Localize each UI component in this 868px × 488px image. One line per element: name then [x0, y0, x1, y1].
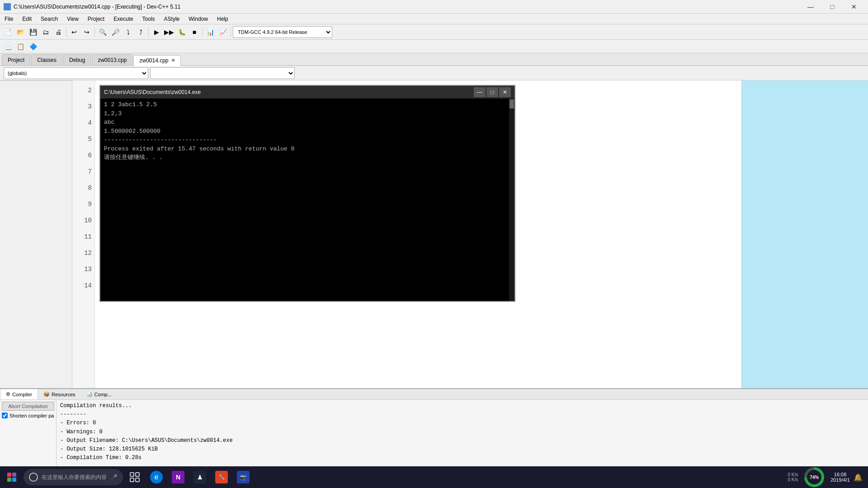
class-btn[interactable]: 🔷	[27, 41, 39, 52]
compile-result-2: - Errors: 0	[60, 419, 864, 427]
console-scrollbar[interactable]	[509, 99, 514, 301]
shorten-checkbox-input[interactable]	[2, 413, 8, 418]
main-area: 2 3 4 5 6 7 8 9 10 11 12 13 14 C:\Users\…	[0, 80, 868, 388]
line-4: 4	[72, 115, 92, 131]
menu-execute[interactable]: Execute	[109, 14, 137, 24]
chart-button[interactable]: 📊	[204, 26, 216, 38]
title-bar-controls: — □ ✕	[800, 0, 864, 14]
menu-help[interactable]: Help	[212, 14, 233, 24]
menu-edit[interactable]: Edit	[18, 14, 36, 24]
find-button[interactable]: 🔍	[97, 26, 108, 38]
compile-result-3: - Warnings: 0	[60, 428, 864, 436]
taskbar-search-text: 在这里输入你要搜索的内容	[42, 474, 107, 481]
mic-icon: 🎤	[111, 474, 118, 480]
taskbar: 在这里输入你要搜索的内容 🎤 e N	[0, 466, 868, 488]
console-line-3: 1.5000002.500000	[104, 127, 511, 136]
console-maximize[interactable]: □	[486, 87, 498, 97]
menu-file[interactable]: File	[0, 14, 18, 24]
menu-bar: File Edit Search View Project Execute To…	[0, 14, 868, 24]
taskbar-time-value: 16:08	[830, 472, 850, 477]
save-button[interactable]: 💾	[27, 26, 39, 38]
meter-circle: 74%	[804, 467, 824, 487]
menu-search[interactable]: Search	[36, 14, 62, 24]
compile-button[interactable]: ▶	[151, 26, 162, 38]
taskbar-app-app1[interactable]: 🔧	[212, 467, 231, 487]
toolbar-secondary: 📃 📋 🔷	[0, 40, 868, 53]
taskbar-apps: e N ♟ 🔧 📷	[125, 467, 786, 487]
profile-button[interactable]: 📈	[217, 26, 229, 38]
title-bar-left: C:\Users\ASUS\Documents\zw0014.cpp - [Ex…	[4, 3, 181, 10]
network-up: 0 K/s 0 K/s	[788, 472, 798, 482]
tab-close-icon[interactable]: ✕	[171, 58, 175, 63]
bottom-left: Abort Compilation Shorten compiler pa	[0, 400, 57, 476]
console-line-4: --------------------------------	[104, 136, 511, 145]
save-all-button[interactable]: 🗂	[40, 26, 52, 38]
steam-icon: ♟	[193, 471, 206, 483]
start-button[interactable]	[2, 467, 22, 487]
new-button[interactable]: 📄	[2, 26, 14, 38]
compiler-select[interactable]: TDM-GCC 4.9.2 64-bit Release	[233, 26, 332, 38]
taskbar-app-edge[interactable]: e	[146, 467, 166, 487]
tab-classes[interactable]: Classes	[31, 54, 62, 65]
minimize-button[interactable]: —	[800, 0, 821, 14]
console-close[interactable]: ✕	[499, 87, 511, 97]
undo-button[interactable]: ↩	[68, 26, 80, 38]
taskbar-app-steam[interactable]: ♟	[190, 467, 210, 487]
tab-file2[interactable]: zw0014.cpp ✕	[133, 55, 180, 66]
line-9: 9	[72, 196, 92, 212]
console-title-bar: C:\Users\ASUS\Documents\zw0014.exe — □ ✕	[100, 86, 514, 99]
open-button[interactable]: 📂	[14, 26, 26, 38]
taskbar-app-taskview[interactable]	[125, 467, 145, 487]
menu-view[interactable]: View	[62, 14, 83, 24]
run-button[interactable]: ▶▶	[163, 26, 175, 38]
console-minimize[interactable]: —	[474, 87, 486, 97]
redo-button[interactable]: ↪	[81, 26, 93, 38]
print-button[interactable]: 🖨	[52, 26, 64, 38]
compile-result-6: - Compilation Time: 0.28s	[60, 454, 864, 462]
tab-file1[interactable]: zw0013.cpp	[92, 54, 132, 65]
bottom-tab-comp[interactable]: 📊 Comp...	[81, 389, 118, 399]
maximize-button[interactable]: □	[822, 0, 843, 14]
unindent-button[interactable]: ⤴	[135, 26, 146, 38]
resources-tab-icon: 📦	[43, 391, 50, 397]
debug-button[interactable]: 🐛	[176, 26, 188, 38]
left-tabs	[0, 80, 72, 81]
line-13: 13	[72, 261, 92, 277]
taskbar-app-onenote[interactable]: N	[168, 467, 188, 487]
replace-button[interactable]: 🔎	[109, 26, 121, 38]
menu-project[interactable]: Project	[83, 14, 109, 24]
compile-result-0: Compilation results...	[60, 402, 864, 410]
line-10: 10	[72, 212, 92, 229]
close-button[interactable]: ✕	[844, 0, 864, 14]
bottom-tab-resources[interactable]: 📦 Resources	[38, 389, 81, 399]
stop-button[interactable]: ■	[189, 26, 200, 38]
taskbar-right: 0 K/s 0 K/s 74% 16:08 2019/4/1 🔔	[788, 467, 866, 487]
template-btn[interactable]: 📋	[14, 41, 26, 52]
menu-astyle[interactable]: AStyle	[160, 14, 184, 24]
comp-tab-icon: 📊	[86, 391, 93, 397]
compile-result-4: - Output Filename: C:\Users\ASUS\Documen…	[60, 436, 864, 445]
svg-rect-1	[12, 473, 16, 477]
menu-window[interactable]: Window	[184, 14, 212, 24]
tab-debug[interactable]: Debug	[63, 54, 91, 65]
console-line-1: 1,2,3	[104, 109, 511, 118]
new-file-btn[interactable]: 📃	[2, 41, 14, 52]
compiler-tab-icon: ⚙	[6, 391, 10, 397]
taskbar-search-box[interactable]: 在这里输入你要搜索的内容 🎤	[24, 469, 123, 485]
right-panel	[741, 80, 868, 388]
globals-select[interactable]: (globals)	[4, 67, 148, 79]
console-window[interactable]: C:\Users\ASUS\Documents\zw0014.exe — □ ✕…	[99, 85, 515, 302]
tab-project[interactable]: Project	[2, 54, 30, 65]
indent-button[interactable]: ⤵	[122, 26, 134, 38]
svg-rect-5	[136, 473, 139, 476]
bottom-tab-compiler[interactable]: ⚙ Compiler	[0, 389, 38, 399]
function-select[interactable]	[150, 67, 295, 79]
line-3: 3	[72, 99, 92, 115]
abort-compilation-button[interactable]: Abort Compilation	[2, 402, 54, 411]
line-11: 11	[72, 229, 92, 245]
notification-icon[interactable]: 🔔	[854, 473, 863, 482]
line-2: 2	[72, 82, 92, 99]
app1-icon: 🔧	[215, 471, 228, 483]
menu-tools[interactable]: Tools	[138, 14, 160, 24]
taskbar-app-app2[interactable]: 📷	[233, 467, 253, 487]
